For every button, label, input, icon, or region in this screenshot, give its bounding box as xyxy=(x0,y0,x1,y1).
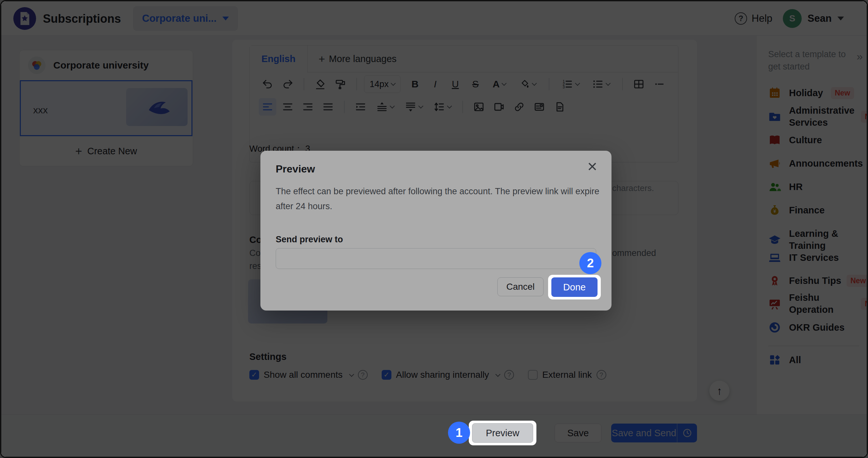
annotation-step-2: 2 xyxy=(579,252,601,274)
annotation-step-1: 1 xyxy=(448,422,470,444)
modal-body-text: The effect can be previewed after follow… xyxy=(276,184,601,214)
done-button[interactable]: Done xyxy=(551,277,597,297)
cancel-button[interactable]: Cancel xyxy=(497,277,544,296)
modal-title: Preview xyxy=(276,163,315,175)
preview-button[interactable]: Preview xyxy=(472,423,533,443)
close-icon[interactable]: × xyxy=(587,158,597,175)
app-window: Subscriptions Corporate uni... ? Help S … xyxy=(0,0,868,458)
send-preview-input[interactable] xyxy=(276,248,596,269)
send-preview-label: Send preview to xyxy=(276,234,343,244)
